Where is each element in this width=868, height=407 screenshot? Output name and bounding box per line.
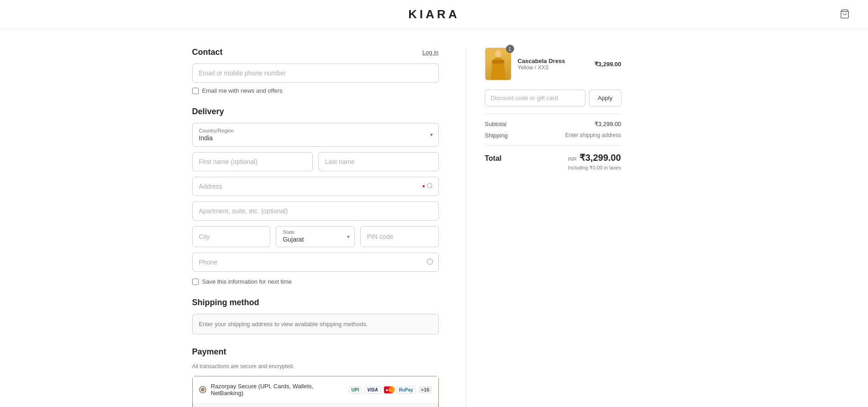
last-name-field[interactable] [318, 152, 439, 171]
razorpay-radio [199, 386, 206, 393]
mastercard-icon: ●● [384, 386, 394, 394]
save-info-row: Save this information for next time [192, 278, 439, 285]
shipping-notice: Enter your shipping address to view avai… [192, 314, 439, 334]
payment-title: Payment [192, 347, 439, 357]
address-field[interactable] [192, 177, 439, 196]
rupay-icon: RuPay [396, 386, 416, 394]
product-info: Cascabela Dress Yellow / XXS [518, 58, 588, 71]
tax-note: Including ₹0.00 in taxes [568, 165, 621, 171]
save-info-label: Save this information for next time [202, 278, 292, 285]
svg-line-2 [431, 187, 432, 188]
newsletter-checkbox[interactable] [192, 88, 199, 94]
summary-lines: Subtotal ₹3,299.00 Shipping Enter shippi… [485, 114, 621, 139]
main-container: Contact Log in Email me with news and of… [183, 29, 685, 407]
pincode-field[interactable] [360, 226, 439, 247]
svg-point-1 [427, 183, 431, 188]
city-state-zip-row: State Gujarat Andhra Pradesh Maharashtra… [192, 226, 439, 247]
discount-row: Apply [485, 90, 621, 106]
payment-subtitle: All transactions are secure and encrypte… [192, 363, 439, 370]
product-price: ₹3,299.00 [594, 61, 621, 68]
razorpay-header[interactable]: Razorpay Secure (UPI, Cards, Wallets, Ne… [193, 376, 438, 403]
state-label: State [276, 227, 354, 235]
phone-field[interactable] [192, 253, 439, 272]
cart-icon[interactable] [840, 9, 850, 20]
city-field[interactable] [192, 226, 271, 247]
upi-icon: UPI [349, 386, 362, 394]
order-summary: 1 Cascabela Dress Yellow / XXS ₹3,299.00… [466, 48, 621, 407]
required-dot: • [422, 183, 425, 190]
razorpay-option[interactable]: Razorpay Secure (UPI, Cards, Wallets, Ne… [192, 376, 439, 407]
contact-title: Contact [192, 48, 223, 57]
total-label: Total [485, 154, 502, 163]
address-search-icon [426, 182, 433, 190]
save-info-checkbox[interactable] [192, 279, 199, 285]
visa-icon: VISA [364, 386, 380, 394]
svg-rect-13 [492, 60, 504, 63]
phone-wrapper [192, 253, 439, 272]
discount-input[interactable] [485, 90, 585, 106]
delivery-title: Delivery [192, 107, 439, 116]
checkout-form: Contact Log in Email me with news and of… [192, 48, 439, 407]
shipping-title: Shipping method [192, 298, 439, 307]
total-value-wrapper: INR ₹3,299.00 Including ₹0.00 in taxes [568, 152, 621, 171]
razorpay-body: After clicking "Pay now", you will be re… [193, 403, 438, 407]
country-select[interactable]: India [193, 132, 438, 146]
product-image [485, 48, 511, 80]
more-icons: +16 [419, 386, 432, 393]
total-row: Total INR ₹3,299.00 Including ₹0.00 in t… [485, 145, 621, 171]
total-value: ₹3,299.00 [579, 152, 621, 163]
subtotal-value: ₹3,299.00 [594, 121, 621, 127]
subtotal-label: Subtotal [485, 121, 507, 127]
shipping-section: Shipping method Enter your shipping addr… [192, 298, 439, 334]
product-quantity-badge: 1 [506, 45, 514, 53]
razorpay-label: Razorpay Secure (UPI, Cards, Wallets, Ne… [211, 383, 344, 396]
name-row [192, 152, 439, 171]
subtotal-line: Subtotal ₹3,299.00 [485, 121, 621, 127]
country-label: Country/Region [193, 123, 240, 133]
shipping-line: Shipping Enter shipping address [485, 132, 621, 139]
newsletter-label: Email me with news and offers [202, 87, 283, 94]
email-field[interactable] [192, 63, 439, 83]
svg-point-12 [495, 50, 501, 57]
payment-section: Payment All transactions are secure and … [192, 347, 439, 407]
address-wrapper: • [192, 177, 439, 196]
shipping-value: Enter shipping address [565, 132, 621, 139]
product-image-wrapper: 1 [485, 48, 511, 80]
apartment-field[interactable] [192, 201, 439, 221]
apply-button[interactable]: Apply [589, 90, 621, 106]
country-wrapper: Country/Region India ▾ [192, 123, 439, 147]
state-wrapper: State Gujarat Andhra Pradesh Maharashtra… [276, 226, 354, 247]
newsletter-row: Email me with news and offers [192, 87, 439, 94]
state-select[interactable]: Gujarat Andhra Pradesh Maharashtra Tamil… [276, 235, 354, 247]
site-header: KIARA [0, 0, 868, 29]
phone-info-icon[interactable] [426, 258, 433, 266]
contact-header: Contact Log in [192, 48, 439, 57]
product-variant: Yellow / XXS [518, 64, 588, 71]
contact-section: Contact Log in Email me with news and of… [192, 48, 439, 94]
product-row: 1 Cascabela Dress Yellow / XXS ₹3,299.00 [485, 48, 621, 80]
site-logo: KIARA [408, 7, 459, 21]
delivery-section: Delivery Country/Region India ▾ • [192, 107, 439, 285]
product-name: Cascabela Dress [518, 58, 588, 64]
first-name-field[interactable] [192, 152, 313, 171]
login-link[interactable]: Log in [422, 49, 438, 56]
shipping-label: Shipping [485, 132, 508, 139]
total-currency: INR [568, 156, 577, 162]
razorpay-icons: UPI VISA ●● RuPay +16 [349, 386, 432, 394]
